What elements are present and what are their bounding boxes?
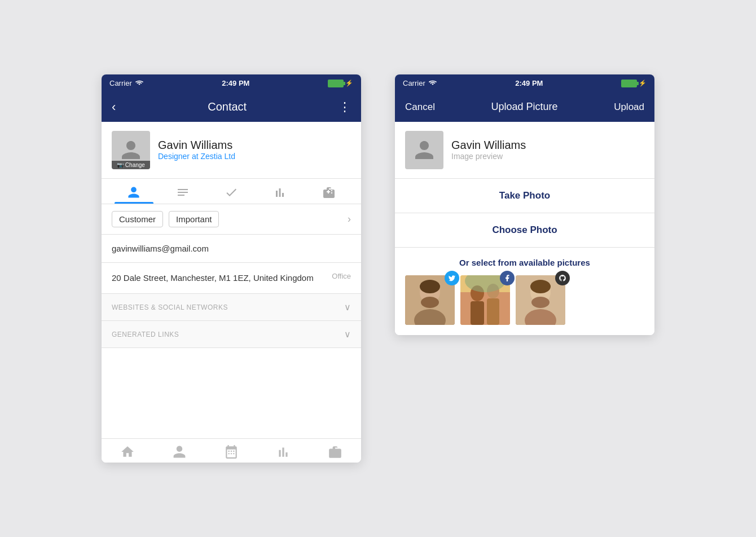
empty-space [102,348,361,438]
upload-time-label: 2:49 PM [515,79,543,87]
generated-links-section[interactable]: GENERATED LINKS ∨ [102,321,361,348]
bottom-tab-contacts[interactable] [153,444,205,459]
facebook-photo-item[interactable] [460,275,510,325]
status-bar: Carrier 2:49 PM ⚡ [102,74,361,93]
company-link[interactable]: Zestia Ltd [200,152,235,161]
contact-info: Gavin Williams Designer at Zestia Ltd [158,139,235,161]
contact-job: Designer at Zestia Ltd [158,152,235,161]
generated-links-chevron-icon: ∨ [344,329,351,340]
svg-rect-6 [460,292,510,325]
charging-icon: ⚡ [345,80,353,87]
upload-wifi-icon [428,79,437,87]
websites-label: WEBSITES & SOCIAL NETWORKS [112,303,228,311]
twitter-photo-item[interactable] [405,275,455,325]
tab-check[interactable] [207,179,256,204]
upload-screen: Carrier 2:49 PM ⚡ Cancel Upload Picture … [395,74,654,335]
upload-contact-name: Gavin Williams [451,139,526,152]
more-button[interactable]: ⋮ [339,100,351,115]
bottom-tab-work[interactable] [309,444,361,459]
take-photo-button[interactable]: Take Photo [395,179,654,213]
upload-carrier-label: Carrier [403,79,437,87]
upload-contact-header: Gavin Williams Image preview [395,122,654,179]
wifi-icon [135,79,144,87]
time-label: 2:49 PM [222,79,249,87]
upload-contact-info: Gavin Williams Image preview [451,139,526,161]
address-row: 20 Dale Street, Manchester, M1 1EZ, Unit… [102,263,361,294]
generated-links-label: GENERATED LINKS [112,331,179,338]
contact-name: Gavin Williams [158,139,235,152]
or-select-label: Or select from available pictures [405,258,644,267]
tab-notes[interactable] [158,179,206,204]
svg-rect-8 [471,301,484,325]
bottom-tab-home[interactable] [102,444,153,459]
tab-briefcase[interactable] [305,179,353,204]
bottom-tab-stats[interactable] [257,444,309,459]
github-badge [555,271,570,285]
carrier-label: Carrier [109,79,144,87]
battery-area: ⚡ [328,80,353,87]
address-text: 20 Dale Street, Manchester, M1 1EZ, Unit… [112,272,314,285]
svg-point-2 [421,297,439,308]
upload-charging-icon: ⚡ [639,80,647,87]
svg-point-15 [530,280,551,293]
nav-title: Contact [208,100,247,113]
battery-icon [328,80,344,87]
email-address[interactable]: gavinwilliams@gmail.com [112,244,351,253]
upload-status-bar: Carrier 2:49 PM ⚡ [395,74,654,93]
upload-battery-icon [621,80,637,87]
bottom-tab-bar [102,438,361,463]
back-button[interactable]: ‹ [112,100,116,115]
websites-chevron-icon: ∨ [344,302,351,312]
svg-point-14 [531,297,550,308]
social-pictures-grid [405,275,644,325]
bottom-tab-calendar[interactable] [205,444,257,459]
github-photo-item[interactable] [516,275,565,325]
tab-icons-bar [102,179,361,204]
upload-avatar [405,131,443,169]
avatar-container[interactable]: 📷 Change [112,131,150,169]
tags-chevron-icon[interactable]: › [348,213,351,225]
cancel-button[interactable]: Cancel [405,102,435,113]
svg-point-3 [420,280,440,293]
tab-chart[interactable] [256,179,304,204]
facebook-badge [500,271,515,285]
change-badge[interactable]: 📷 Change [112,161,150,169]
upload-battery-area: ⚡ [621,80,647,87]
customer-tag[interactable]: Customer [112,211,163,227]
choose-photo-button[interactable]: Choose Photo [395,213,654,248]
contact-nav-bar: ‹ Contact ⋮ [102,93,361,122]
svg-rect-10 [487,298,499,325]
websites-section[interactable]: WEBSITES & SOCIAL NETWORKS ∨ [102,294,361,321]
image-preview-label: Image preview [451,152,526,161]
tab-person[interactable] [109,179,158,204]
email-row: gavinwilliams@gmail.com [102,235,361,263]
contact-screen: Carrier 2:49 PM ⚡ ‹ Contact ⋮ [102,74,361,463]
contact-header: 📷 Change Gavin Williams Designer at Zest… [102,122,361,179]
upload-nav-bar: Cancel Upload Picture Upload [395,93,654,122]
upload-nav-title: Upload Picture [491,101,557,113]
tags-row: Customer Important › [102,204,361,235]
upload-button[interactable]: Upload [614,102,644,113]
important-tag[interactable]: Important [169,211,219,227]
twitter-badge [445,271,459,285]
office-label: Office [332,272,351,280]
social-pictures-section: Or select from available pictures [395,248,654,335]
